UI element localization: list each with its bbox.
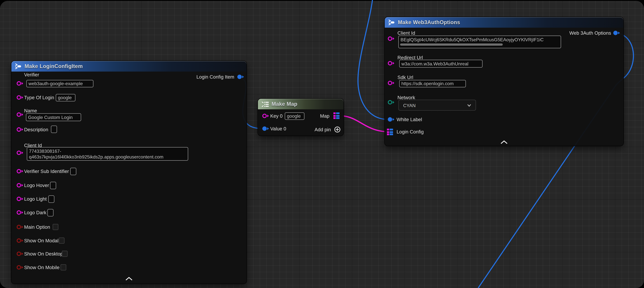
blueprint-editor: Make LoginConfigItem Login Config Item V… [0, 0, 644, 288]
show-on-modal-label: Show On Modal [24, 238, 58, 243]
node-title: Make LoginConfigItem [24, 63, 83, 69]
show-on-modal-pin[interactable] [17, 238, 24, 243]
name-label: Name [24, 108, 37, 113]
collapse-chevron-icon[interactable] [126, 277, 132, 280]
network-pin[interactable] [388, 100, 396, 105]
add-pin-icon[interactable] [334, 126, 340, 133]
description-input[interactable] [51, 126, 57, 133]
chevron-down-icon [467, 104, 471, 107]
main-option-label: Main Option [24, 224, 50, 230]
logo-hover-label: Logo Hover [24, 183, 49, 188]
node-make-map[interactable]: Make Map Key 0 google Map Value 0 Add pi… [258, 99, 344, 136]
output-pin-label: Web 3Auth Options [569, 30, 611, 36]
key0-input[interactable]: google [285, 112, 304, 120]
make-map-icon [262, 101, 269, 107]
redirect-url-label: Redirect Url [398, 55, 423, 60]
client-id-input[interactable]: 774338308167-q463s7kpvja16l4l0kko3nb925i… [27, 147, 188, 161]
network-label: Network [398, 95, 415, 100]
logo-light-pin[interactable] [17, 197, 24, 201]
login-config-item-output-pin[interactable] [237, 75, 245, 79]
type-of-login-label: Type Of Login [24, 95, 54, 100]
verifier-pin[interactable] [17, 81, 24, 86]
redirect-url-pin[interactable] [388, 61, 396, 65]
network-value: CYAN [403, 103, 416, 108]
white-label-pin[interactable] [388, 117, 396, 122]
value0-label: Value 0 [270, 126, 286, 131]
logo-dark-label: Logo Dark [24, 210, 46, 215]
map-output-pin[interactable] [334, 112, 340, 119]
node-header[interactable]: Make Web3AuthOptions [385, 17, 624, 28]
client-id-scrollbar[interactable] [400, 44, 503, 46]
main-option-checkbox[interactable] [53, 224, 58, 230]
value0-pin[interactable] [262, 126, 270, 131]
description-label: Description [24, 127, 48, 132]
logo-light-label: Logo Light [24, 196, 47, 201]
client-id-pin[interactable] [388, 37, 396, 41]
name-pin[interactable] [17, 112, 24, 117]
web3auth-options-output-pin[interactable] [613, 31, 621, 35]
key0-pin[interactable] [262, 114, 270, 118]
map-output-label: Map [320, 113, 330, 119]
make-struct-icon [388, 19, 395, 26]
verifier-sub-identifier-pin[interactable] [17, 169, 24, 173]
redirect-url-input[interactable]: w3a://com.w3a.Web3AuthUnreal [399, 60, 482, 68]
main-option-pin[interactable] [17, 225, 24, 229]
output-pin-label: Login Config Item [196, 74, 234, 80]
add-pin-label: Add pin [314, 127, 331, 132]
node-header[interactable]: Make Map [258, 99, 344, 109]
description-pin[interactable] [17, 127, 24, 132]
login-config-pin[interactable] [387, 129, 394, 135]
show-on-desktop-pin[interactable] [17, 251, 24, 256]
sdk-url-input[interactable]: https://sdk.openlogin.com [399, 80, 466, 87]
node-title: Make Map [272, 101, 298, 107]
make-struct-icon [15, 63, 22, 69]
logo-dark-pin[interactable] [17, 210, 24, 215]
logo-dark-input[interactable] [48, 209, 54, 216]
type-of-login-input[interactable]: google [56, 94, 76, 101]
logo-hover-input[interactable] [50, 182, 56, 189]
show-on-mobile-pin[interactable] [17, 265, 24, 269]
verifier-input[interactable]: web3auth-google-example [26, 80, 94, 87]
white-label-label: White Label [396, 117, 422, 122]
login-config-label: Login Config [396, 129, 424, 134]
show-on-modal-checkbox[interactable] [59, 237, 64, 244]
client-id-pin[interactable] [17, 151, 24, 155]
client-id-label: Client Id [398, 30, 415, 36]
node-make-web3authoptions[interactable]: Make Web3AuthOptions Web 3Auth Options C… [385, 17, 624, 146]
node-make-loginconfigitem[interactable]: Make LoginConfigItem Login Config Item V… [12, 61, 246, 283]
show-on-mobile-label: Show On Mobile [24, 265, 60, 270]
sdk-url-pin[interactable] [388, 81, 396, 85]
key0-label: Key 0 [270, 113, 282, 119]
sdk-url-label: Sdk Url [398, 75, 413, 80]
verifier-sub-identifier-input[interactable] [70, 168, 76, 175]
node-header[interactable]: Make LoginConfigItem [12, 61, 246, 72]
name-input[interactable]: Google Custom Login [26, 113, 81, 121]
type-of-login-pin[interactable] [17, 95, 24, 100]
collapse-chevron-icon[interactable] [500, 140, 508, 144]
node-title: Make Web3AuthOptions [398, 19, 460, 26]
show-on-mobile-checkbox[interactable] [60, 264, 66, 270]
client-id-input[interactable]: BEglQSgt4cUWcj6SKRdu5QkOXTsePmMcusG5EAoy… [398, 36, 561, 48]
logo-light-input[interactable] [48, 195, 54, 203]
show-on-desktop-label: Show On Desktop [24, 251, 63, 256]
logo-hover-pin[interactable] [17, 183, 24, 187]
verifier-sub-identifier-label: Verifier Sub Identifier [24, 169, 69, 174]
verifier-label: Verifier [24, 72, 39, 77]
show-on-desktop-checkbox[interactable] [62, 251, 68, 257]
network-dropdown[interactable]: CYAN [398, 100, 476, 111]
